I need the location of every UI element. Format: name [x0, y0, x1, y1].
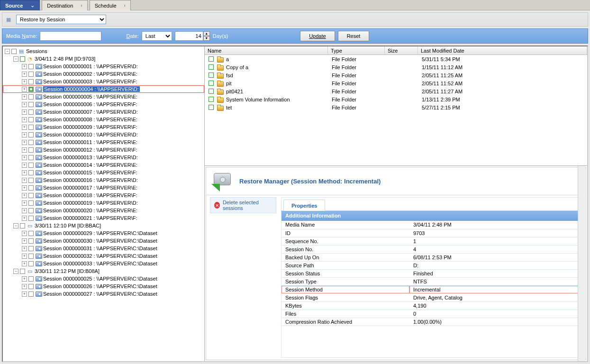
- tree-session[interactable]: +Session 0000000006 : \\APPSERVER\F:: [3, 100, 204, 108]
- col-name[interactable]: Name: [205, 46, 328, 55]
- scrollbar[interactable]: [578, 166, 585, 361]
- checkbox[interactable]: [28, 155, 34, 160]
- checkbox[interactable]: [28, 140, 34, 145]
- tree-session[interactable]: +Session 0000000016 : \\APPSERVER\D:: [3, 176, 204, 184]
- expand-toggle[interactable]: +: [22, 238, 27, 244]
- days-up-button[interactable]: ▲: [203, 31, 210, 36]
- expand-toggle[interactable]: +: [22, 94, 27, 100]
- tree-group[interactable]: −▭3/30/11 12:10 PM [ID:BBAC]: [3, 222, 204, 229]
- expand-toggle[interactable]: +: [22, 117, 27, 122]
- delete-sessions-link[interactable]: ✕ Delete selected sessions: [210, 197, 276, 213]
- tree-session[interactable]: +Session 0000000010 : \\APPSERVER\D:: [3, 131, 204, 138]
- col-size[interactable]: Size: [385, 46, 418, 55]
- tree-root[interactable]: −▤Sessions: [3, 47, 204, 55]
- checkbox[interactable]: [28, 64, 34, 69]
- expand-toggle[interactable]: +: [22, 178, 27, 183]
- session-tree[interactable]: −▤Sessions−◔3/04/11 2:48 PM [ID:9703]+Se…: [3, 46, 205, 361]
- days-input[interactable]: [175, 31, 203, 41]
- checkbox[interactable]: [28, 109, 34, 115]
- list-item[interactable]: pit0421File Folder2/05/11 11:27 AM: [205, 87, 587, 95]
- tree-group[interactable]: −▭3/30/11 12:12 PM [ID:B08A]: [3, 267, 204, 275]
- tree-session[interactable]: +Session 0000000033 : \\APPSERVER\C:\Dat…: [3, 260, 204, 267]
- checkbox[interactable]: [28, 208, 34, 213]
- tree-session[interactable]: +Session 0000000013 : \\APPSERVER\D:: [3, 154, 204, 161]
- list-item[interactable]: fsdFile Folder2/05/11 11:25 AM: [205, 71, 587, 79]
- tree-session[interactable]: +Session 0000000026 : \\APPSERVER\C:\Dat…: [3, 282, 204, 290]
- tree-session[interactable]: +Session 0000000002 : \\APPSERVER\E:: [3, 70, 204, 78]
- expand-toggle[interactable]: +: [22, 125, 27, 130]
- date-mode-select[interactable]: Last: [142, 31, 172, 41]
- tree-session[interactable]: +Session 0000000008 : \\APPSERVER\E:: [3, 116, 204, 123]
- checkbox[interactable]: [209, 56, 214, 62]
- checkbox[interactable]: ■: [28, 87, 34, 92]
- update-button[interactable]: Update: [300, 31, 335, 41]
- checkbox[interactable]: [28, 147, 34, 153]
- checkbox[interactable]: [28, 246, 34, 251]
- tree-session[interactable]: +Session 0000000025 : \\APPSERVER\C:\Dat…: [3, 275, 204, 282]
- checkbox[interactable]: [28, 254, 34, 259]
- checkbox[interactable]: [28, 117, 34, 122]
- expand-toggle[interactable]: +: [22, 102, 27, 107]
- days-down-button[interactable]: ▼: [203, 36, 210, 41]
- tree-group[interactable]: −◔3/04/11 2:48 PM [ID:9703]: [3, 55, 204, 63]
- expand-toggle[interactable]: +: [22, 200, 27, 206]
- checkbox[interactable]: [28, 178, 34, 183]
- expand-toggle[interactable]: −: [13, 56, 18, 62]
- expand-toggle[interactable]: +: [22, 246, 27, 251]
- checkbox[interactable]: [209, 89, 214, 94]
- checkbox[interactable]: [209, 81, 214, 86]
- expand-toggle[interactable]: +: [22, 109, 27, 115]
- checkbox[interactable]: [28, 163, 34, 168]
- tree-session[interactable]: +Session 0000000015 : \\APPSERVER\F:: [3, 169, 204, 176]
- tree-session[interactable]: +Session 0000000014 : \\APPSERVER\E:: [3, 161, 204, 169]
- tree-session[interactable]: +Session 0000000017 : \\APPSERVER\E:: [3, 184, 204, 191]
- checkbox[interactable]: [28, 79, 34, 84]
- col-type[interactable]: Type: [328, 46, 385, 55]
- expand-toggle[interactable]: +: [22, 87, 27, 92]
- list-item[interactable]: pitFile Folder2/05/11 11:52 AM: [205, 79, 587, 87]
- checkbox[interactable]: [20, 56, 25, 62]
- checkbox[interactable]: [28, 132, 34, 137]
- expand-toggle[interactable]: +: [22, 185, 27, 191]
- expand-toggle[interactable]: +: [22, 64, 27, 69]
- tree-session[interactable]: +Session 0000000005 : \\APPSERVER\E:: [3, 93, 204, 100]
- expand-toggle[interactable]: +: [22, 216, 27, 221]
- expand-toggle[interactable]: +: [22, 291, 27, 297]
- tree-session[interactable]: +Session 0000000009 : \\APPSERVER\F:: [3, 123, 204, 131]
- expand-toggle[interactable]: +: [22, 79, 27, 84]
- reset-button[interactable]: Reset: [338, 31, 370, 41]
- tree-session[interactable]: +Session 0000000020 : \\APPSERVER\E:: [3, 207, 204, 214]
- expand-toggle[interactable]: +: [22, 72, 27, 77]
- tree-session[interactable]: +Session 0000000012 : \\APPSERVER\F:: [3, 146, 204, 154]
- list-item[interactable]: aFile Folder5/31/11 5:34 PM: [205, 55, 587, 63]
- tree-session[interactable]: +Session 0000000032 : \\APPSERVER\C:\Dat…: [3, 252, 204, 260]
- expand-toggle[interactable]: +: [22, 254, 27, 259]
- tab-properties[interactable]: Properties: [283, 200, 325, 211]
- checkbox[interactable]: [28, 94, 34, 100]
- checkbox[interactable]: [20, 223, 25, 228]
- tree-session[interactable]: +Session 0000000018 : \\APPSERVER\F:: [3, 191, 204, 199]
- tree-session[interactable]: +Session 0000000030 : \\APPSERVER\C:\Dat…: [3, 237, 204, 245]
- list-item[interactable]: Copy of aFile Folder1/15/11 11:12 AM: [205, 63, 587, 71]
- expand-toggle[interactable]: +: [22, 284, 27, 289]
- tree-session[interactable]: +Session 0000000003 : \\APPSERVER\F:: [3, 78, 204, 85]
- checkbox[interactable]: [28, 125, 34, 130]
- checkbox[interactable]: [209, 73, 214, 78]
- expand-toggle[interactable]: +: [22, 170, 27, 175]
- checkbox[interactable]: [11, 49, 17, 54]
- expand-toggle[interactable]: −: [13, 223, 18, 228]
- checkbox[interactable]: [20, 269, 25, 274]
- checkbox[interactable]: [28, 193, 34, 198]
- expand-toggle[interactable]: +: [22, 163, 27, 168]
- checkbox[interactable]: [28, 291, 34, 297]
- list-item[interactable]: tetFile Folder5/27/11 2:15 PM: [205, 103, 587, 111]
- tree-session[interactable]: +Session 0000000021 : \\APPSERVER\F:: [3, 214, 204, 222]
- expand-toggle[interactable]: −: [5, 49, 10, 54]
- list-item[interactable]: System Volume InformationFile Folder1/13…: [205, 95, 587, 103]
- checkbox[interactable]: [28, 276, 34, 282]
- checkbox[interactable]: [28, 185, 34, 191]
- tree-session[interactable]: +Session 0000000007 : \\APPSERVER\D:: [3, 108, 204, 116]
- tab-schedule[interactable]: Schedule›: [90, 0, 131, 10]
- expand-toggle[interactable]: +: [22, 208, 27, 213]
- media-name-input[interactable]: [40, 31, 101, 41]
